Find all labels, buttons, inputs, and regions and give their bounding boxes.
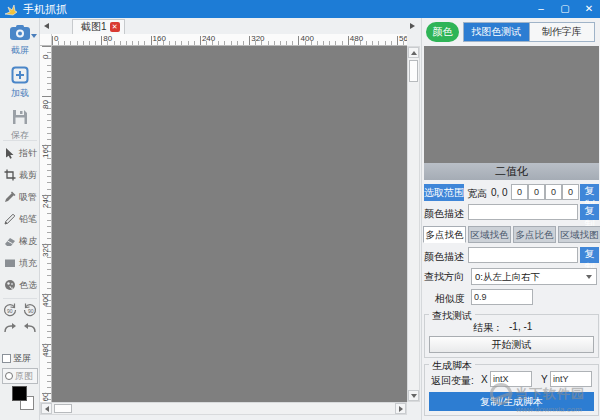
- result-value: -1, -1: [509, 321, 532, 332]
- redo-icon[interactable]: [22, 322, 38, 336]
- binarize-header: 二值化: [424, 163, 599, 180]
- tab-make-font-library[interactable]: 制作字库: [529, 23, 595, 41]
- generate-script-button[interactable]: 复制/生成脚本: [429, 392, 594, 411]
- tab-close-icon[interactable]: ✕: [110, 22, 120, 32]
- hruler-tick-label: 320: [251, 34, 264, 43]
- vertical-scroll-thumb[interactable]: [409, 60, 418, 82]
- window-title: 手机抓抓: [23, 2, 67, 17]
- sidebar-item-eyedropper[interactable]: 吸管: [4, 186, 40, 208]
- eyedropper-icon: [4, 191, 16, 203]
- document-tab[interactable]: 截图1 ✕: [72, 19, 125, 34]
- sidebar-divider: [3, 140, 37, 141]
- y-variable-input[interactable]: [550, 371, 592, 387]
- vruler-tick-label: 320: [41, 244, 50, 257]
- radio-icon: [5, 372, 13, 380]
- foreground-color-swatch[interactable]: [12, 386, 27, 401]
- vruler-tick-label: 480: [41, 343, 50, 356]
- rotate-right-90-icon[interactable]: 90: [22, 302, 38, 318]
- find-mode-tabs: 多点找色 区域找色 多点比色 区域找图: [422, 226, 600, 243]
- tab-scroll-right-icon[interactable]: [410, 23, 415, 29]
- svg-text:90: 90: [7, 308, 13, 314]
- tab-multi-point-compare[interactable]: 多点比色: [513, 226, 556, 243]
- hruler-tick-label: 160: [153, 34, 166, 43]
- fill-icon: [4, 257, 16, 269]
- original-image-button[interactable]: 原图: [2, 368, 38, 384]
- find-color-desc-input[interactable]: [468, 247, 578, 263]
- result-label: 结果：: [473, 321, 503, 335]
- binarize-color-desc-input[interactable]: [468, 204, 578, 220]
- sidebar-item-load[interactable]: 加载: [0, 66, 40, 100]
- range-y2-input[interactable]: 0: [562, 184, 579, 200]
- start-test-button[interactable]: 开始测试: [429, 336, 594, 353]
- tab-label: 截图1: [81, 20, 107, 34]
- range-y1-input[interactable]: 0: [528, 184, 545, 200]
- scroll-left-button[interactable]: [41, 403, 52, 414]
- ruler-corner: [40, 34, 52, 46]
- similarity-label: 相似度: [435, 292, 465, 306]
- sidebar-item-eraser[interactable]: 橡皮: [4, 230, 40, 252]
- vruler-tick-label: 0: [41, 55, 50, 59]
- direction-select[interactable]: 0:从左上向右下: [471, 268, 597, 285]
- tab-multi-point-find[interactable]: 多点找色: [423, 226, 466, 243]
- chevron-down-icon: [586, 275, 592, 279]
- scroll-down-button[interactable]: [408, 390, 419, 401]
- screenshot-dropdown-arrow-icon[interactable]: [31, 34, 37, 38]
- horizontal-scroll-thumb[interactable]: [54, 404, 72, 413]
- scroll-right-button[interactable]: [395, 403, 406, 414]
- undo-icon[interactable]: [2, 322, 18, 336]
- rotate-left-90-icon[interactable]: 90: [2, 302, 18, 318]
- camera-icon: [9, 24, 31, 41]
- close-button[interactable]: ✕: [582, 0, 596, 18]
- range-x1-input[interactable]: 0: [511, 184, 528, 200]
- scroll-up-button[interactable]: [408, 47, 419, 58]
- canvas-workspace: 截图1 ✕ 080160240320400480560 080160240320…: [40, 18, 421, 420]
- title-bar: 手机抓抓 – ▢ ✕: [0, 0, 600, 18]
- binarize-preview: [424, 46, 599, 163]
- direction-label: 查找方向: [424, 270, 464, 284]
- sidebar-item-save[interactable]: 保存: [0, 108, 40, 142]
- copy-range-button[interactable]: 复制: [580, 184, 599, 201]
- sidebar-item-color-pick[interactable]: 色选: [4, 274, 40, 296]
- generate-script-group: 生成脚本 返回变量: X Y 复制/生成脚本: [424, 364, 599, 416]
- sidebar-item-fill[interactable]: 填充: [4, 252, 40, 274]
- sidebar-item-pencil[interactable]: 铅笔: [4, 208, 40, 230]
- range-x2-input[interactable]: 0: [545, 184, 562, 200]
- document-tab-bar: 截图1 ✕: [40, 18, 421, 34]
- image-canvas[interactable]: [52, 46, 407, 402]
- script-group-title: 生成脚本: [429, 359, 475, 373]
- select-range-button[interactable]: 选取范围: [424, 184, 464, 201]
- tab-area-find-color[interactable]: 区域找色: [468, 226, 511, 243]
- load-icon: [11, 66, 29, 84]
- direction-value: 0:从左上向右下: [475, 271, 540, 282]
- portrait-checkbox[interactable]: 竖屏: [2, 352, 31, 365]
- find-color-desc-label: 颜色描述: [424, 250, 464, 264]
- return-var-label: 返回变量:: [431, 374, 474, 388]
- vruler-tick-label: 160: [41, 145, 50, 158]
- save-icon: [11, 108, 29, 126]
- x-variable-input[interactable]: [490, 371, 532, 387]
- app-window: 手机抓抓 – ▢ ✕ 截屏 加载: [0, 0, 600, 420]
- sidebar-item-screenshot[interactable]: 截屏: [0, 24, 40, 57]
- horizontal-scrollbar[interactable]: [40, 402, 407, 415]
- x-label: X: [481, 374, 488, 385]
- wh-value: 0, 0: [491, 187, 508, 198]
- tab-area-find-image[interactable]: 区域找图: [558, 226, 600, 243]
- binarize-color-desc-label: 颜色描述: [424, 207, 464, 221]
- minimize-button[interactable]: –: [534, 0, 548, 18]
- color-button[interactable]: 颜色: [426, 22, 459, 42]
- tab-find-color-test[interactable]: 找图色测试: [464, 23, 529, 41]
- vertical-scrollbar[interactable]: [407, 46, 420, 402]
- tab-scroll-left-icon[interactable]: [44, 23, 49, 29]
- pencil-icon: [4, 213, 16, 225]
- copy-find-desc-button[interactable]: 复制: [580, 247, 599, 263]
- y-label: Y: [541, 374, 548, 385]
- hruler-tick-label: 80: [103, 34, 112, 43]
- sidebar-item-crop[interactable]: 裁剪: [4, 164, 40, 186]
- vertical-ruler: 080160240320400480560: [40, 46, 52, 402]
- similarity-input[interactable]: [471, 289, 533, 305]
- sidebar-item-pointer[interactable]: 指针: [4, 142, 40, 164]
- find-color-panel: 颜色 找图色测试 制作字库 二值化 选取范围 宽高 0, 0 0 0 0 0 复…: [421, 18, 600, 420]
- copy-desc-button[interactable]: 复制: [580, 204, 599, 220]
- sidebar-divider: [3, 298, 37, 299]
- maximize-button[interactable]: ▢: [558, 0, 572, 18]
